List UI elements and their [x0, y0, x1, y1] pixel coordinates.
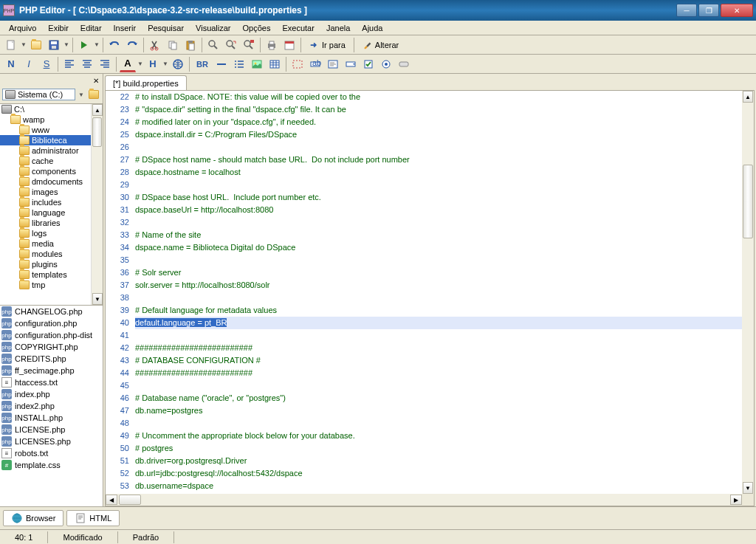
font-color-button[interactable]: A	[120, 56, 136, 72]
align-left-button[interactable]	[61, 56, 78, 72]
drive-combo[interactable]: Sistema (C:)	[2, 89, 75, 100]
minimize-button[interactable]: ─	[676, 4, 697, 17]
code-line[interactable]: 52db.url=jdbc:postgresql://localhost:543…	[106, 467, 742, 480]
file-item[interactable]: phpCHANGELOG.php	[0, 306, 103, 317]
code-line[interactable]: 38	[106, 292, 742, 304]
code-line[interactable]: 42##########################	[106, 342, 742, 354]
find-button[interactable]	[205, 37, 221, 53]
tree-item[interactable]: libraries	[0, 218, 103, 228]
tree-item[interactable]: modules	[0, 249, 103, 259]
heading-dropdown[interactable]: ▼	[162, 61, 168, 67]
find-next-button[interactable]	[223, 37, 239, 53]
file-item[interactable]: phpCREDITS.php	[0, 353, 103, 365]
undo-button[interactable]	[106, 37, 123, 53]
menu-pesquisar[interactable]: Pesquisar	[142, 22, 190, 34]
tree-item[interactable]: includes	[0, 197, 103, 207]
sidebar-close-button[interactable]: ✕	[91, 75, 101, 86]
goto-button[interactable]: Ir para	[304, 37, 351, 53]
editor-hscrollbar[interactable]: ◀ ▶	[106, 494, 742, 506]
tree-item[interactable]: cache	[0, 156, 103, 166]
tab-build-properties[interactable]: [*] build.properties	[105, 75, 187, 90]
align-center-button[interactable]	[79, 56, 95, 72]
drive-up-button[interactable]	[87, 88, 100, 101]
save-dropdown[interactable]: ▼	[63, 41, 69, 48]
scroll-right-icon[interactable]: ▶	[730, 495, 742, 505]
menu-editar[interactable]: Editar	[75, 22, 108, 34]
hr-button[interactable]	[213, 56, 230, 72]
code-line[interactable]: 44##########################	[106, 367, 742, 379]
file-item[interactable]: ≡robots.txt	[0, 447, 103, 459]
code-line[interactable]: 23# "dspace.dir" setting in the final "d…	[106, 103, 742, 116]
code-line[interactable]: 46# Database name ("oracle", or "postgre…	[106, 392, 742, 404]
code-line[interactable]: 35	[106, 254, 742, 266]
code-line[interactable]: 47db.name=postgres	[106, 404, 742, 417]
code-line[interactable]: 28dspace.hostname = localhost	[106, 166, 742, 179]
tree-item[interactable]: wamp	[0, 114, 103, 125]
tree-item[interactable]: templates	[0, 269, 103, 280]
save-button[interactable]	[46, 37, 62, 53]
tree-item[interactable]: plugins	[0, 259, 103, 269]
editor-vscrollbar[interactable]: ▲ ▼	[742, 91, 754, 494]
code-line[interactable]: 53db.username=dspace	[106, 480, 742, 492]
code-line[interactable]: 41	[106, 329, 742, 342]
tree-item[interactable]: logs	[0, 228, 103, 238]
code-line[interactable]: 25dspace.install.dir = C:/Program Files/…	[106, 128, 742, 141]
font-color-dropdown[interactable]: ▼	[137, 61, 143, 67]
close-button[interactable]: ✕	[721, 4, 753, 17]
code-line[interactable]: 30# DSpace base host URL. Include port n…	[106, 191, 742, 204]
tree-item[interactable]: components	[0, 166, 103, 176]
scroll-down-icon[interactable]: ▼	[92, 293, 103, 305]
tree-item[interactable]: tmp	[0, 280, 103, 290]
tree-item[interactable]: media	[0, 238, 103, 249]
button-button[interactable]	[396, 56, 412, 72]
scroll-up-icon[interactable]: ▲	[743, 91, 753, 103]
file-item[interactable]: phpLICENSES.php	[0, 435, 103, 447]
maximize-button[interactable]: ❐	[698, 4, 719, 17]
code-line[interactable]: 51db.driver=org.postgresql.Driver	[106, 455, 742, 467]
code-line[interactable]: 32	[106, 216, 742, 229]
menu-executar[interactable]: Executar	[276, 22, 320, 34]
file-item[interactable]: #template.css	[0, 459, 103, 471]
scroll-thumb[interactable]	[92, 117, 102, 147]
file-item[interactable]: phpconfiguration.php-dist	[0, 329, 103, 341]
scroll-thumb[interactable]	[743, 165, 753, 238]
run-dropdown[interactable]: ▼	[94, 41, 100, 48]
replace-button[interactable]	[241, 37, 257, 53]
link-button[interactable]	[170, 56, 186, 72]
drive-dropdown[interactable]: ▼	[78, 92, 84, 98]
code-line[interactable]: 37solr.server = http://localhost:8080/so…	[106, 279, 742, 292]
tree-item[interactable]: administrator	[0, 145, 103, 156]
file-item[interactable]: phpLICENSE.php	[0, 424, 103, 435]
code-line[interactable]: 26	[106, 141, 742, 154]
redo-button[interactable]	[124, 37, 140, 53]
code-line[interactable]: 49# Uncomment the appropriate block belo…	[106, 430, 742, 442]
menu-visualizar[interactable]: Visualizar	[190, 22, 237, 34]
scroll-thumb[interactable]	[119, 495, 141, 505]
tree-item[interactable]: C:\	[0, 104, 103, 114]
new-dropdown[interactable]: ▼	[21, 41, 27, 48]
textarea-button[interactable]	[325, 56, 341, 72]
code-line[interactable]: 48	[106, 417, 742, 430]
file-item[interactable]: phpindex2.php	[0, 400, 103, 412]
code-line[interactable]: 40default.language = pt_BR	[106, 317, 742, 329]
paste-button[interactable]	[182, 37, 199, 53]
menu-ajuda[interactable]: Ajuda	[356, 22, 388, 34]
code-line[interactable]: 45	[106, 379, 742, 392]
menu-inserir[interactable]: Inserir	[108, 22, 142, 34]
tree-item[interactable]: www	[0, 125, 103, 135]
file-item[interactable]: phpconfiguration.php	[0, 317, 103, 329]
heading-button[interactable]: H	[145, 56, 161, 72]
tree-scrollbar[interactable]: ▲ ▼	[91, 104, 103, 305]
code-line[interactable]: 43# DATABASE CONFIGURATION #	[106, 354, 742, 367]
radio-button[interactable]	[378, 56, 394, 72]
table-button[interactable]	[267, 56, 283, 72]
code-line[interactable]: 39# Default language for metadata values	[106, 304, 742, 317]
scroll-left-icon[interactable]: ◀	[106, 495, 117, 505]
list-button[interactable]	[231, 56, 247, 72]
titlebar[interactable]: PHP PHP Editor - [ C:\Dspace3.2\dspace-3…	[0, 0, 756, 21]
tree-item[interactable]: images	[0, 187, 103, 197]
cut-button[interactable]	[147, 37, 163, 53]
scroll-up-icon[interactable]: ▲	[92, 104, 103, 116]
menu-janela[interactable]: Janela	[320, 22, 356, 34]
run-button[interactable]	[76, 37, 92, 53]
